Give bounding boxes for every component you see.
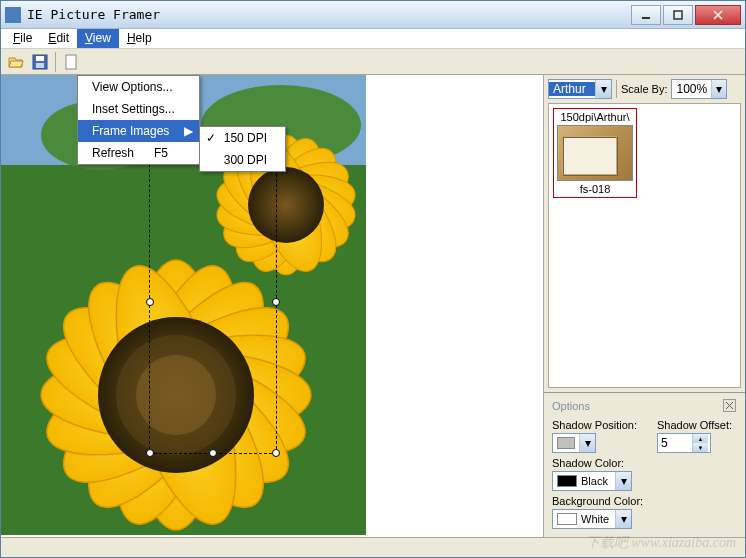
close-icon <box>723 399 736 412</box>
folder-open-icon <box>8 54 24 70</box>
scale-by-combo[interactable]: 100% ▾ <box>671 79 727 99</box>
frame-thumbnail[interactable]: 150dpi\Arthur\ fs-018 <box>553 108 637 198</box>
right-panel: Arthur ▾ Scale By: 100% ▾ 150dpi\Arthur\… <box>543 75 745 537</box>
svg-rect-6 <box>36 63 44 68</box>
shadow-offset-label: Shadow Offset: <box>657 419 732 431</box>
submenu-150dpi[interactable]: ✓ 150 DPI <box>200 127 285 149</box>
scale-by-label: Scale By: <box>621 83 667 95</box>
svg-point-21 <box>248 167 324 243</box>
options-panel: Options Shadow Position: ▾ Shadow <box>544 392 745 537</box>
titlebar[interactable]: IE Picture Framer <box>1 1 745 29</box>
menu-refresh[interactable]: Refresh F5 <box>78 142 199 164</box>
svg-rect-7 <box>66 55 76 69</box>
statusbar <box>1 537 745 557</box>
open-button[interactable] <box>5 51 27 73</box>
frame-images-submenu: ✓ 150 DPI 300 DPI <box>199 126 286 172</box>
minimize-button[interactable] <box>631 5 661 25</box>
menubar: File Edit View Help <box>1 29 745 49</box>
shadow-position-combo[interactable]: ▾ <box>552 433 596 453</box>
svg-point-34 <box>136 355 216 435</box>
app-icon <box>5 7 21 23</box>
menu-view-options[interactable]: View Options... <box>78 76 199 98</box>
chevron-down-icon: ▾ <box>711 80 726 98</box>
menu-help[interactable]: Help <box>119 29 160 48</box>
content-area: View Options... Inset Settings... Frame … <box>1 75 745 537</box>
background-color-combo[interactable]: White ▾ <box>552 509 632 529</box>
color-swatch-white <box>557 513 577 525</box>
menu-frame-images[interactable]: Frame Images ▶ <box>78 120 199 142</box>
refresh-shortcut: F5 <box>154 146 168 160</box>
color-swatch-black <box>557 475 577 487</box>
frames-list[interactable]: 150dpi\Arthur\ fs-018 <box>548 103 741 388</box>
frame-category-combo[interactable]: Arthur ▾ <box>548 79 612 99</box>
background-color-label: Background Color: <box>552 495 737 507</box>
options-title: Options <box>552 400 590 412</box>
window-title: IE Picture Framer <box>27 7 629 22</box>
menu-inset-settings[interactable]: Inset Settings... <box>78 98 199 120</box>
frame-thumb-name: fs-018 <box>556 183 634 195</box>
toolbar-separator <box>55 52 56 72</box>
spinner-up-icon[interactable]: ▲ <box>692 434 708 443</box>
chevron-down-icon: ▾ <box>579 434 595 452</box>
svg-rect-5 <box>36 56 44 61</box>
check-icon: ✓ <box>206 131 216 145</box>
tool-button-3[interactable] <box>60 51 82 73</box>
toolbar <box>1 49 745 75</box>
chevron-down-icon: ▾ <box>615 472 631 490</box>
menu-file[interactable]: File <box>5 29 40 48</box>
view-dropdown-menu: View Options... Inset Settings... Frame … <box>77 75 200 165</box>
menu-view[interactable]: View <box>77 29 119 48</box>
shadow-color-combo[interactable]: Black ▾ <box>552 471 632 491</box>
save-button[interactable] <box>29 51 51 73</box>
divider <box>616 80 617 98</box>
close-button[interactable] <box>695 5 741 25</box>
frame-preview-image <box>557 125 633 181</box>
submenu-arrow-icon: ▶ <box>184 124 193 138</box>
shadow-offset-input[interactable] <box>658 436 692 450</box>
spinner-down-icon[interactable]: ▼ <box>692 443 708 452</box>
document-icon <box>63 54 79 70</box>
chevron-down-icon: ▾ <box>595 80 611 98</box>
app-window: IE Picture Framer File Edit View Help Vi… <box>0 0 746 558</box>
floppy-icon <box>32 54 48 70</box>
shadow-offset-spinner[interactable]: ▲ ▼ <box>657 433 711 453</box>
menu-edit[interactable]: Edit <box>40 29 77 48</box>
shadow-position-label: Shadow Position: <box>552 419 637 431</box>
submenu-300dpi[interactable]: 300 DPI <box>200 149 285 171</box>
position-swatch <box>557 437 575 449</box>
frame-thumb-path: 150dpi\Arthur\ <box>556 111 634 123</box>
svg-rect-1 <box>674 11 682 19</box>
chevron-down-icon: ▾ <box>615 510 631 528</box>
shadow-color-label: Shadow Color: <box>552 457 737 469</box>
options-close-button[interactable] <box>723 399 737 413</box>
maximize-button[interactable] <box>663 5 693 25</box>
